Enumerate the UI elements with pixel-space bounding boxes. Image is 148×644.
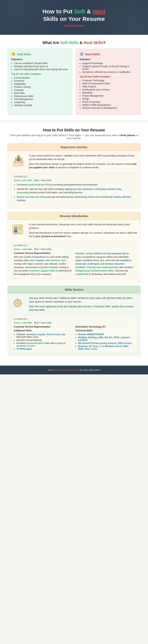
experience-text: In your work experience section, highlig… xyxy=(29,154,137,170)
experience-illustration xyxy=(11,154,26,167)
list-item: Project Management xyxy=(82,94,137,97)
skills-two-col: Customer Service Representative Addition… xyxy=(14,326,134,351)
svg-rect-4 xyxy=(16,161,22,162)
introduction-examples-box: EXAMPLES : Green = soft skills Blue = ha… xyxy=(11,242,137,279)
skills-subsection: Skills Section xyxy=(8,286,140,356)
skills-right-bullets: McAfee SIEM/EPO/NSM OllyDbg, WinDbg, GBD… xyxy=(75,333,134,350)
list-item: Ensure accurate and timely pick-ups and … xyxy=(17,195,134,202)
skills-legend: Green = soft skills Blue = hard skills xyxy=(14,322,134,324)
soft-skills-icon: 🙂 xyxy=(11,52,16,56)
hard-def-item: Taught or gained through on-the-job trai… xyxy=(82,65,137,70)
list-item: Computer Technology xyxy=(82,79,137,82)
skills-illustration xyxy=(11,296,26,310)
list-item: 70 WPM typist xyxy=(16,348,73,350)
footer-link[interactable]: www.resumegenius.com xyxy=(54,369,79,371)
svg-rect-19 xyxy=(17,299,18,300)
svg-rect-22 xyxy=(21,303,22,304)
introduction-two-col: Customer Service Representative with ove… xyxy=(14,252,134,277)
soft-top-label: Top 10 soft skills examples: xyxy=(11,73,68,75)
list-item: Handle 90+ calls per day, with duties in… xyxy=(17,188,134,194)
list-item: Certifications and Licenses xyxy=(82,88,137,91)
soft-examples-list: Communication Teamwork Adaptability Prob… xyxy=(11,76,68,107)
introduction-subsection: Resume Introduction xyxy=(8,212,140,282)
introduction-legend: Green = soft skills Blue = hard skills xyxy=(14,248,134,250)
experience-content-row: In your work experience section, highlig… xyxy=(11,154,137,170)
how-section: How to Put Skills on Your Resume Think y… xyxy=(0,122,148,366)
hard-top-label: Top 10 hard skills examples: xyxy=(80,75,137,78)
introduction-content-row: In your resume introduction, showcase on… xyxy=(11,223,137,240)
introduction-illustration xyxy=(11,223,26,236)
list-item: Problem-solving xyxy=(14,86,68,88)
soft-def-item: Used for interacting with others and cop… xyxy=(14,68,68,71)
hard-skills-title: Hard Skills xyxy=(85,52,100,56)
list-item: Communication xyxy=(14,76,68,79)
list-item: Creativity xyxy=(14,89,68,92)
skills-section-body: Use your skills section (aka "Additional… xyxy=(8,293,140,356)
how-heading: How to Put Skills on Your Resume xyxy=(8,128,140,132)
skills-left-col: Customer Service Representative Addition… xyxy=(14,326,73,351)
page-title: How to Put Soft & Hard Skills on Your Re… xyxy=(12,8,136,22)
svg-point-2 xyxy=(17,155,20,158)
svg-rect-9 xyxy=(14,230,18,232)
list-item: Design xyxy=(82,98,137,100)
list-item: Attention to Detail xyxy=(14,104,68,107)
list-item: OllyDbg, WinDbg, GBD, IDA Pro, PEiD, mal… xyxy=(78,336,134,342)
skills-text: Use your skills section (aka "Additional… xyxy=(29,296,137,313)
list-item: Software: Zendesk, Kayako, Parcel Audit,… xyxy=(16,333,73,338)
svg-rect-6 xyxy=(16,163,20,164)
list-item: Windows XP, Vista, 7, 8; Windows Server … xyxy=(78,345,134,350)
list-item: Time Management xyxy=(14,98,68,100)
what-skills-heading: What Are Soft Skills & Hard Skills? xyxy=(8,40,140,45)
list-item: Increased productivity by 47% by increas… xyxy=(17,183,134,186)
page-footer: Go to www.resumegenius.com for more info… xyxy=(0,366,148,374)
hard-skills-column: ⚙️ Hard Skills Definition: Acquired know… xyxy=(76,49,140,114)
skills-right-col: Information Technology (IT) Technical Sk… xyxy=(75,326,134,351)
svg-rect-5 xyxy=(16,162,20,163)
hard-definition-label: Definition: xyxy=(80,58,137,61)
svg-rect-13 xyxy=(18,230,21,230)
skills-examples-box: EXAMPLES : Green = soft skills Blue = ha… xyxy=(11,316,137,353)
experience-section-body: In your work experience section, highlig… xyxy=(8,151,140,208)
skills-examples-label: EXAMPLES : xyxy=(14,318,134,320)
soft-skills-column: 🙂 Soft Skills Definition: Can be conside… xyxy=(8,49,72,114)
hard-skills-header: ⚙️ Hard Skills xyxy=(80,52,137,56)
skills-columns: 🙂 Soft Skills Definition: Can be conside… xyxy=(8,49,140,114)
svg-rect-20 xyxy=(17,306,18,308)
how-subtitle: Think your abilities can only go in your… xyxy=(8,134,140,140)
experience-section-header: Experience Section xyxy=(8,144,140,151)
introduction-right-col: Reliable, caring certified nursing assis… xyxy=(75,252,134,277)
experience-examples-label: EXAMPLES : xyxy=(14,175,134,178)
svg-rect-11 xyxy=(18,228,21,228)
hard-examples-list: Computer Technology Hard Communication S… xyxy=(80,79,137,109)
experience-examples-box: EXAMPLES : Green = soft skills Blue = ha… xyxy=(11,173,137,205)
experience-bullets: Increased productivity by 47% by increas… xyxy=(14,183,134,202)
soft-skills-title: Soft Skills xyxy=(17,52,31,56)
soft-def-item: Develop naturally as you grow up xyxy=(14,65,68,68)
svg-rect-10 xyxy=(18,226,22,227)
list-item: Wireshark/TCPview packet analysis, DNS s… xyxy=(78,342,134,344)
hard-def-item: Sometimes reflected by a license or cert… xyxy=(82,71,137,74)
hard-skills-icon: ⚙️ xyxy=(80,52,84,56)
skills-left-bullets: Software: Zendesk, Kayako, Parcel Audit,… xyxy=(14,333,73,350)
list-item: Marketing xyxy=(82,92,137,94)
svg-rect-15 xyxy=(14,234,20,234)
introduction-section-header: Resume Introduction xyxy=(8,212,140,220)
experience-legend: Green = soft skills Blue = hard skills xyxy=(14,179,134,182)
svg-rect-14 xyxy=(14,233,21,233)
soft-def-item: Can be considered "people skills" xyxy=(14,62,68,65)
introduction-left-col: Customer Service Representative with ove… xyxy=(14,252,73,277)
svg-rect-21 xyxy=(13,303,14,304)
experience-subsection: Experience Section xyxy=(8,144,140,208)
list-item: Mobile & Web Development xyxy=(82,104,137,106)
introduction-examples-label: EXAMPLES : xyxy=(14,244,134,247)
list-item: Spanish (conversational) xyxy=(16,339,73,342)
page-header: How to Put Soft & Hard Skills on Your Re… xyxy=(0,0,148,35)
list-item: Leadership xyxy=(14,101,68,104)
hard-def-item: Acquired knowledge xyxy=(82,62,137,65)
soft-definition-label: Definition: xyxy=(11,58,68,61)
skills-section-header: Skills Section xyxy=(8,286,140,293)
list-item: Cloud Computing xyxy=(82,100,137,103)
list-item: Teamwork xyxy=(14,80,68,82)
introduction-section-body: In your resume introduction, showcase on… xyxy=(8,220,140,282)
svg-point-18 xyxy=(17,302,18,304)
